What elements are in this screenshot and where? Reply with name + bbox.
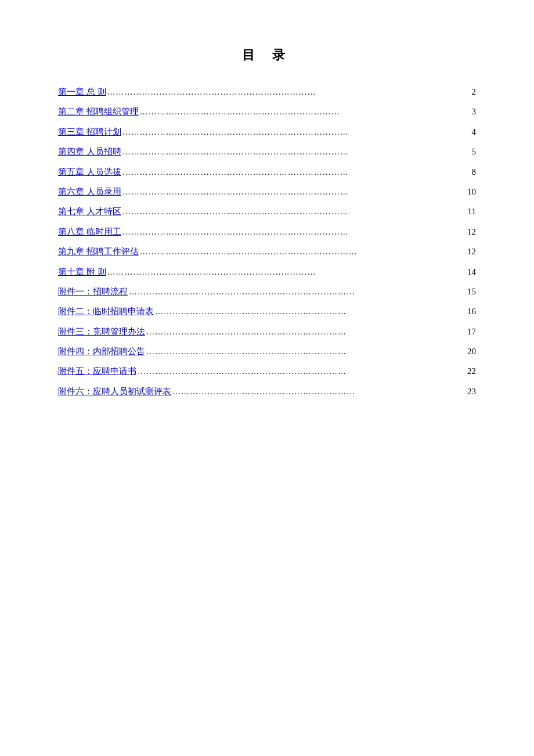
toc-link[interactable]: 第二章 招聘组织管理 [58, 105, 139, 118]
page-title: 目 录 [58, 46, 476, 64]
toc-link[interactable]: 第五章 人员选拔 [58, 165, 121, 179]
toc-link[interactable]: 附件五：应聘申请书 [58, 364, 136, 378]
toc-page-number: 22 [467, 364, 476, 378]
toc-dots: …………………………………………………………………… [122, 226, 466, 239]
toc-item: 附件二：临时招聘申请表…………………………………………………………16 [58, 304, 476, 318]
toc-link[interactable]: 第四章 人员招聘 [58, 145, 121, 159]
toc-dots: …………………………………………………………………… [122, 166, 471, 179]
toc-dots: …………………………………………………………………… [129, 286, 466, 298]
toc-container: 第一章 总 则………………………………………………………………2第二章 招聘组织… [58, 85, 476, 398]
toc-item: 第二章 招聘组织管理……………………………………………………………3 [58, 105, 476, 118]
toc-page-number: 17 [467, 325, 476, 339]
toc-item: 附件一：招聘流程……………………………………………………………………15 [58, 285, 476, 298]
toc-link[interactable]: 附件六：应聘人员初试测评表 [58, 384, 171, 398]
toc-link[interactable]: 第八章 临时用工 [58, 225, 121, 239]
toc-page-number: 3 [472, 105, 477, 118]
toc-link[interactable]: 第三章 招聘计划 [58, 125, 121, 139]
toc-dots: ……………………………………………………………… [107, 266, 467, 279]
toc-dots: ……………………………………………………… [172, 386, 466, 398]
toc-dots: …………………………………………………………… [146, 326, 466, 339]
toc-item: 第十章 附 则………………………………………………………………14 [58, 265, 476, 279]
toc-item: 附件五：应聘申请书………………………………………………………………22 [58, 364, 476, 378]
toc-dots: …………………………………………………………… [146, 345, 466, 358]
toc-item: 第一章 总 则………………………………………………………………2 [58, 85, 476, 99]
toc-dots: ……………………………………………………………… [107, 86, 471, 99]
toc-link[interactable]: 附件一：招聘流程 [58, 285, 128, 298]
toc-page-number: 15 [467, 285, 476, 298]
toc-dots: …………………………………………………………… [140, 106, 471, 118]
document-page: 目 录 第一章 总 则………………………………………………………………2第二章 … [0, 0, 534, 756]
toc-item: 第八章 临时用工……………………………………………………………………12 [58, 225, 476, 239]
toc-item: 第五章 人员选拔……………………………………………………………………8 [58, 165, 476, 179]
toc-dots: …………………………………………………………………… [122, 206, 467, 218]
toc-page-number: 8 [472, 165, 477, 179]
toc-link[interactable]: 附件三：竞聘管理办法 [58, 325, 145, 339]
toc-dots: …………………………………………………………………… [122, 126, 471, 139]
toc-page-number: 14 [467, 265, 476, 279]
toc-item: 第六章 人员录用……………………………………………………………………10 [58, 185, 476, 199]
toc-page-number: 23 [467, 384, 476, 398]
toc-item: 附件三：竞聘管理办法……………………………………………………………17 [58, 325, 476, 339]
toc-page-number: 11 [468, 204, 476, 218]
toc-item: 第七章 人才特区……………………………………………………………………11 [58, 204, 476, 218]
toc-page-number: 2 [472, 85, 477, 99]
toc-page-number: 12 [467, 244, 476, 258]
toc-link[interactable]: 第六章 人员录用 [58, 185, 121, 199]
toc-item: 附件四：内部招聘公告……………………………………………………………20 [58, 344, 476, 358]
toc-item: 第九章 招聘工作评估…………………………………………………………………12 [58, 244, 476, 258]
toc-link[interactable]: 第一章 总 则 [58, 85, 106, 99]
toc-item: 第三章 招聘计划……………………………………………………………………4 [58, 125, 476, 139]
toc-dots: …………………………………………………………………… [122, 146, 471, 159]
toc-link[interactable]: 第七章 人才特区 [58, 204, 121, 218]
toc-dots: ………………………………………………………………… [140, 246, 466, 258]
toc-item: 附件六：应聘人员初试测评表………………………………………………………23 [58, 384, 476, 398]
toc-link[interactable]: 第十章 附 则 [58, 265, 106, 279]
toc-page-number: 16 [467, 304, 476, 318]
toc-dots: …………………………………………………………………… [122, 186, 466, 199]
toc-link[interactable]: 附件四：内部招聘公告 [58, 344, 145, 358]
toc-page-number: 4 [472, 125, 477, 139]
toc-dots: ……………………………………………………………… [138, 365, 466, 378]
toc-page-number: 5 [472, 145, 477, 159]
toc-page-number: 10 [467, 185, 476, 199]
toc-dots: ………………………………………………………… [155, 305, 466, 318]
toc-link[interactable]: 第九章 招聘工作评估 [58, 244, 139, 258]
toc-link[interactable]: 附件二：临时招聘申请表 [58, 304, 154, 318]
toc-item: 第四章 人员招聘……………………………………………………………………5 [58, 145, 476, 159]
toc-page-number: 20 [467, 344, 476, 358]
toc-page-number: 12 [467, 225, 476, 239]
